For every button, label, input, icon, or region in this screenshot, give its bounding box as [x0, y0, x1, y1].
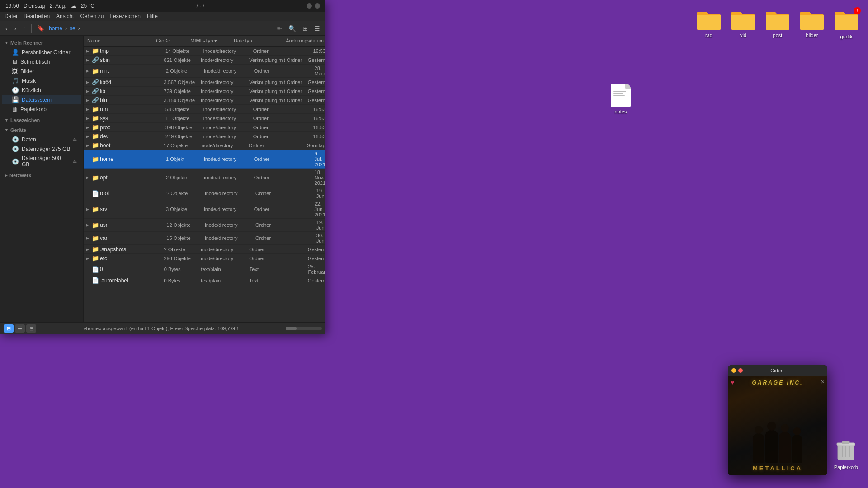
table-row[interactable]: ▶ 📁 dev 219 Objekte inode/directory Ordn…	[84, 132, 326, 141]
table-row[interactable]: 📄 root ? Objekte inode/directory Ordner …	[84, 187, 326, 200]
col-header-groesse[interactable]: Größe	[154, 37, 189, 45]
sidebar-section-netzwerk[interactable]: ▶ Netzwerk	[0, 169, 83, 180]
desktop-icon-label-grafik: grafik	[840, 34, 853, 39]
sidebar-item-musik[interactable]: 🎵 Musik	[2, 76, 81, 85]
status-tree-view-btn[interactable]: ⊟	[26, 324, 36, 333]
sidebar-section-mein-rechner[interactable]: ▼ Mein Rechner	[0, 38, 83, 47]
nav-up-btn[interactable]: ↑	[21, 24, 28, 33]
table-row[interactable]: ▶ 📁 proc 398 Objekte inode/directory Ord…	[84, 123, 326, 132]
sidebar-item-papierkorb[interactable]: 🗑 Papierkorb	[2, 104, 81, 114]
menu-bearbeiten[interactable]: Bearbeiten	[24, 13, 50, 19]
sidebar-item-dateisystem[interactable]: 💾 Dateisystem	[2, 95, 81, 104]
cider-minimize-btn[interactable]	[731, 368, 736, 373]
table-row[interactable]: ▶ 📁 opt 2 Objekte inode/directory Ordner…	[84, 169, 326, 187]
daten-eject-btn[interactable]: ⏏	[72, 136, 77, 142]
system-date: 2. Aug.	[49, 3, 66, 9]
sidebar-item-datentraeger-500[interactable]: 💿 Datenträger 500 GB ⏏	[2, 154, 81, 169]
table-row[interactable]: 📄 0 0 Bytes text/plain Text 25. Februar	[84, 263, 326, 276]
table-row-home[interactable]: 📁 home 1 Objekt inode/directory Ordner 9…	[84, 150, 326, 169]
table-row[interactable]: ▶ 📁 .snapshots ? Objekte inode/directory…	[84, 245, 326, 254]
file-mime: inode/directory	[204, 68, 254, 74]
view-grid-btn[interactable]: ⊞	[301, 24, 310, 33]
file-list: ▶ 📁 tmp 14 Objekte inode/directory Ordne…	[84, 47, 326, 322]
desktop-icon-bilder[interactable]: bilder	[799, 9, 825, 38]
menu-hilfe[interactable]: Hilfe	[147, 13, 158, 19]
file-mime: inode/directory	[201, 57, 249, 63]
menu-datei[interactable]: Datei	[5, 13, 17, 19]
expand-icon: ▶	[84, 69, 91, 73]
col-header-name[interactable]: Name	[84, 37, 154, 45]
sidebar-item-daten[interactable]: 💿 Daten ⏏	[2, 135, 81, 144]
nav-forward-btn[interactable]: ›	[12, 23, 18, 33]
folder-icon: 🔗	[91, 97, 100, 103]
datentraeger-500-eject-btn[interactable]: ⏏	[72, 159, 77, 164]
file-ftype: Ordner	[254, 156, 315, 162]
file-date: 16:53	[313, 125, 326, 130]
sidebar-item-personal[interactable]: 👤 Persönlicher Ordner	[2, 47, 81, 57]
desktop-icon-post[interactable]: post	[765, 9, 790, 38]
file-mime: text/plain	[201, 278, 249, 283]
system-temperature: 25 °C	[81, 3, 94, 9]
sidebar-section-lesezeichen[interactable]: ▼ Lesezeichen	[0, 114, 83, 125]
col-header-mime[interactable]: MIME-Typ ▾	[189, 37, 232, 45]
wc-resize[interactable]	[307, 3, 312, 9]
file-name: etc	[100, 255, 162, 262]
table-row[interactable]: ▶ 📁 tmp 14 Objekte inode/directory Ordne…	[84, 47, 326, 56]
cider-close-btn[interactable]	[738, 368, 743, 373]
table-row[interactable]: ▶ 📁 var 15 Objekte inode/directory Ordne…	[84, 232, 326, 245]
table-row[interactable]: ▶ 🔗 bin 3.159 Objekte inode/directory Ve…	[84, 96, 326, 105]
table-row[interactable]: ▶ 📁 run 58 Objekte inode/directory Ordne…	[84, 105, 326, 114]
col-header-datum[interactable]: Änderungsdatum	[284, 37, 326, 45]
sidebar-item-bilder[interactable]: 🖼 Bilder	[2, 66, 81, 76]
file-name: dev	[100, 133, 164, 140]
heart-icon[interactable]: ♥	[731, 379, 734, 386]
status-icon-view-btn[interactable]: ⊞	[4, 324, 14, 333]
sidebar-item-datentraeger-275[interactable]: 💿 Datenträger 275 GB	[2, 144, 81, 154]
search-btn[interactable]: 🔍	[287, 24, 298, 33]
sidebar-item-schreibtisch[interactable]: 🖥 Schreibtisch	[2, 57, 81, 66]
desktop-icon-rad[interactable]: rad	[696, 9, 722, 38]
expand-icon: ▶	[84, 175, 91, 180]
table-row[interactable]: ▶ 📁 usr 12 Objekte inode/directory Ordne…	[84, 219, 326, 232]
wc-close-main[interactable]	[315, 3, 320, 9]
desktop-icon-grafik[interactable]: ! grafik	[834, 9, 859, 39]
notes-desktop-icon[interactable]: notes	[611, 84, 631, 114]
file-size: 398 Objekte	[164, 125, 203, 130]
table-row[interactable]: ▶ 📁 mnt 2 Objekte inode/directory Ordner…	[84, 65, 326, 78]
table-row[interactable]: ▶ 📁 etc 293 Objekte inode/directory Ordn…	[84, 254, 326, 263]
desktop-icon-vid[interactable]: vid	[731, 9, 756, 38]
table-row[interactable]: 📄 .autorelabel 0 Bytes text/plain Text G…	[84, 276, 326, 285]
sidebar-item-kuerzlich[interactable]: 🕐 Kürzlich	[2, 85, 81, 95]
expand-icon: ▶	[84, 80, 91, 84]
file-size: 219 Objekte	[164, 134, 203, 139]
player-close-icon[interactable]: ×	[821, 379, 825, 385]
table-row[interactable]: ▶ 🔗 lib 739 Objekte inode/directory Verk…	[84, 87, 326, 96]
breadcrumb-se[interactable]: se	[70, 25, 75, 32]
file-mime: inode/directory	[205, 191, 255, 196]
table-row[interactable]: ▶ 🔗 lib64 3.567 Objekte inode/directory …	[84, 78, 326, 87]
view-options-btn[interactable]: ☰	[312, 24, 322, 33]
file-ftype: Ordner	[254, 68, 315, 74]
sidebar-section-geraete[interactable]: ▼ Geräte	[0, 125, 83, 135]
nav-back-btn[interactable]: ‹	[4, 23, 9, 33]
menu-lesezeichen[interactable]: Lesezeichen	[110, 13, 140, 19]
expand-icon: ▶	[84, 107, 91, 112]
table-row[interactable]: ▶ 📁 sys 11 Objekte inode/directory Ordne…	[84, 114, 326, 123]
breadcrumb-home[interactable]: home	[49, 25, 62, 32]
edit-btn[interactable]: ✏	[275, 24, 284, 33]
table-row[interactable]: ▶ 🔗 sbin 821 Objekte inode/directory Ver…	[84, 56, 326, 65]
bilder-label: Bilder	[20, 68, 34, 75]
status-list-view-btn[interactable]: ☰	[15, 324, 25, 333]
trash-desktop-icon[interactable]: Papierkorb	[834, 437, 858, 470]
col-header-dateityp[interactable]: Dateityp	[232, 37, 284, 45]
menu-ansicht[interactable]: Ansicht	[56, 13, 74, 19]
nav-bookmark-btn[interactable]: 🔖	[35, 24, 46, 33]
datentraeger-275-label: Datenträger 275 GB	[22, 146, 70, 152]
file-mime: inode/directory	[201, 256, 249, 261]
folder-icon: 🔗	[91, 79, 100, 85]
table-row[interactable]: ▶ 📁 srv 3 Objekte inode/directory Ordner…	[84, 200, 326, 219]
file-size: 0 Bytes	[162, 267, 201, 272]
menu-gehen-zu[interactable]: Gehen zu	[80, 13, 104, 19]
file-mime: inode/directory	[204, 206, 254, 212]
table-row[interactable]: ▶ 📁 boot 17 Objekte inode/directory Ordn…	[84, 141, 326, 150]
